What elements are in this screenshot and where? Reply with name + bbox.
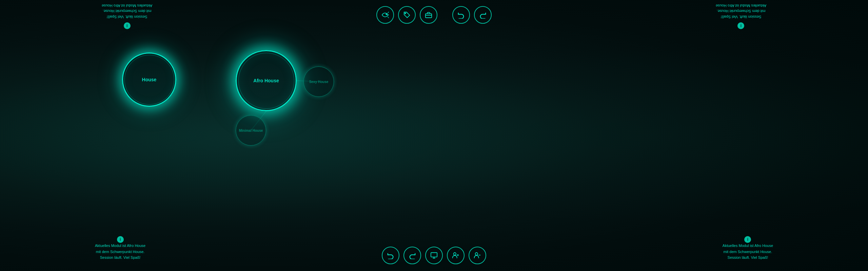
top-info-left-text: Session läuft. Viel Spaß! mit dem Schwer… bbox=[102, 3, 152, 20]
top-info-left: Session läuft. Viel Spaß! mit dem Schwer… bbox=[102, 3, 152, 29]
connection-lines bbox=[0, 0, 868, 271]
bottom-info-right: i Aktuelles Modul ist Afro House mit dem… bbox=[723, 235, 773, 261]
svg-point-0 bbox=[386, 14, 387, 15]
add-user-button[interactable] bbox=[447, 247, 465, 264]
svg-rect-6 bbox=[431, 253, 437, 257]
svg-point-1 bbox=[405, 13, 406, 14]
node-sexyhouse[interactable]: Sexy House bbox=[303, 66, 334, 97]
bottom-info-right-icon: i bbox=[744, 236, 751, 243]
bottom-info-left-text: Aktuelles Modul ist Afro House mit dem S… bbox=[95, 243, 145, 261]
remove-user-button[interactable] bbox=[469, 247, 486, 264]
top-info-right-icon: i bbox=[737, 22, 744, 29]
forward-button[interactable] bbox=[403, 247, 421, 264]
node-minimalhouse-label: Minimal House bbox=[239, 129, 263, 132]
node-sexyhouse-label: Sexy House bbox=[309, 80, 329, 84]
bottom-info-left: i Aktuelles Modul ist Afro House mit dem… bbox=[95, 235, 145, 261]
redo-button[interactable] bbox=[474, 6, 492, 24]
bottom-info-right-text: Aktuelles Modul ist Afro House mit dem S… bbox=[723, 243, 773, 261]
top-toolbar bbox=[376, 6, 492, 24]
top-info-right-text: Session läuft. Viel Spaß! mit dem Schwer… bbox=[716, 3, 766, 20]
undo-button[interactable] bbox=[452, 6, 470, 24]
back-button[interactable] bbox=[382, 247, 399, 264]
tag-button[interactable] bbox=[398, 6, 416, 24]
svg-rect-2 bbox=[426, 14, 432, 18]
top-info-right: Session läuft. Viel Spaß! mit dem Schwer… bbox=[716, 3, 766, 29]
node-minimalhouse[interactable]: Minimal House bbox=[236, 115, 266, 146]
node-house[interactable]: House bbox=[122, 53, 176, 107]
top-info-left-icon: i bbox=[124, 22, 131, 29]
node-afrohouse[interactable]: Afro House bbox=[236, 50, 297, 111]
fish-button[interactable] bbox=[376, 6, 394, 24]
canvas-area: Session läuft. Viel Spaß! mit dem Schwer… bbox=[0, 0, 868, 271]
node-house-label: House bbox=[142, 77, 157, 82]
bottom-info-left-icon: i bbox=[117, 236, 124, 243]
svg-point-9 bbox=[454, 253, 456, 255]
bottom-toolbar bbox=[382, 247, 486, 264]
monitor-button[interactable] bbox=[425, 247, 443, 264]
briefcase-button[interactable] bbox=[420, 6, 437, 24]
svg-point-12 bbox=[475, 253, 478, 255]
node-afrohouse-label: Afro House bbox=[253, 78, 279, 83]
